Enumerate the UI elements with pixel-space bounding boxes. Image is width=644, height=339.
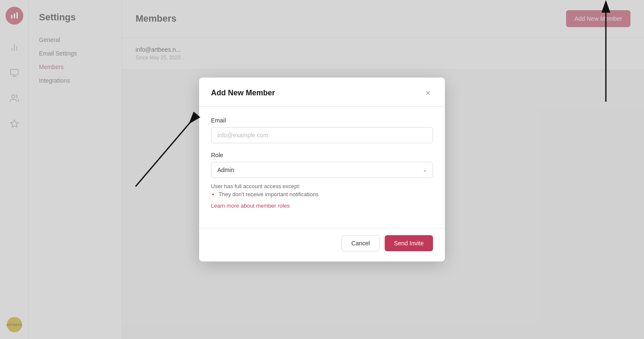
role-label: Role xyxy=(211,152,433,158)
role-select-wrapper: Admin Member Viewer ⌄ xyxy=(211,162,433,178)
modal-footer: Cancel Send Invite xyxy=(199,228,445,261)
modal-title: Add New Member xyxy=(211,89,275,97)
email-label: Email xyxy=(211,117,433,124)
email-input[interactable] xyxy=(211,127,433,143)
role-description: User has full account access except: The… xyxy=(211,183,433,197)
cancel-button[interactable]: Cancel xyxy=(341,235,380,251)
modal-header: Add New Member × xyxy=(199,78,445,107)
send-invite-button[interactable]: Send Invite xyxy=(385,235,433,251)
modal-close-button[interactable]: × xyxy=(423,88,433,98)
role-select[interactable]: Admin Member Viewer xyxy=(211,162,433,178)
role-form-group: Role Admin Member Viewer ⌄ User has full… xyxy=(211,152,433,209)
modal-body: Email Role Admin Member Viewer ⌄ User ha… xyxy=(199,107,445,228)
learn-more-link[interactable]: Learn more about member roles xyxy=(211,203,290,209)
email-form-group: Email xyxy=(211,117,433,143)
add-member-modal: Add New Member × Email Role Admin Member… xyxy=(199,78,445,261)
modal-overlay: Add New Member × Email Role Admin Member… xyxy=(0,0,644,339)
role-description-intro: User has full account access except: xyxy=(211,183,300,189)
role-description-bullet: They don't receive important notificatio… xyxy=(219,191,433,197)
